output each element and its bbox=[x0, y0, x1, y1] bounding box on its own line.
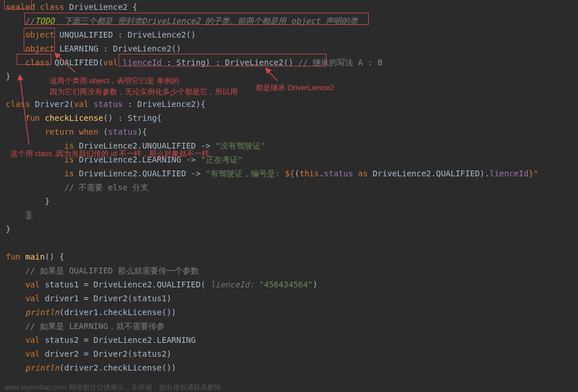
type-ref: DriveLience2.QUALIFIED bbox=[373, 169, 480, 178]
code-line: val driver2 = Driver2(status2) bbox=[6, 347, 578, 361]
code-line: class Driver2(val status : DriveLience2)… bbox=[6, 97, 578, 111]
class-decl: QUALIFIED( bbox=[50, 58, 103, 67]
keyword-val: val bbox=[25, 335, 45, 345]
code-line: is DriveLience2.QUALIFIED -> "有驾驶证，编号是: … bbox=[6, 167, 578, 180]
keyword-as: as bbox=[353, 169, 373, 178]
code-line: } bbox=[6, 208, 578, 222]
code-line: sealed class DriveLience2 { bbox=[6, 0, 578, 14]
todo-marker: TODO bbox=[35, 16, 55, 25]
keyword-val: val bbox=[25, 349, 45, 358]
code-line: // 不需要 else 分支 bbox=[6, 180, 578, 194]
code-line: } bbox=[6, 194, 578, 208]
identifier: status bbox=[108, 127, 138, 136]
class-name: DriveLience2 bbox=[69, 2, 128, 12]
brace: } bbox=[6, 224, 10, 234]
brace: ){ bbox=[138, 127, 147, 136]
keyword-object: object bbox=[25, 30, 55, 39]
comment-slash: // bbox=[25, 16, 35, 25]
keyword-val: val bbox=[25, 294, 45, 303]
keyword-is: is bbox=[64, 169, 79, 178]
keyword-class: class bbox=[35, 2, 69, 12]
function-call: println bbox=[25, 308, 60, 317]
annotation-text: 都是继承 DriverLience2 bbox=[255, 81, 334, 95]
annotation-text: 因为它们两没有参数，无论实例化多少个都是它，所以用 bbox=[50, 85, 238, 99]
object-decl: LEARNING : DriveLience2() bbox=[54, 44, 181, 53]
keyword-this: this bbox=[299, 169, 319, 178]
var-decl: driver1 = Driver2(status1) bbox=[45, 294, 171, 303]
annotation-text: 这个用 class ,因为当我们传的 id 不一样，那么对象就不一样 bbox=[10, 147, 209, 161]
call-args: (driver2.checkLicense()) bbox=[60, 363, 176, 372]
inlay-hint: lienceId: bbox=[206, 280, 260, 289]
comment: // 如果是 LEARNING，就不需要传参 bbox=[25, 321, 165, 331]
code-line: fun main() { bbox=[6, 250, 578, 264]
keyword-val: val bbox=[25, 280, 45, 289]
param-name: status bbox=[94, 99, 123, 109]
comment: // 不需要 else 分支 bbox=[64, 183, 149, 192]
template-end: }" bbox=[528, 169, 538, 178]
object-decl: UNQUALIFIED : DriveLience2() bbox=[54, 30, 195, 39]
blank-line bbox=[6, 236, 578, 250]
function-name: main bbox=[25, 252, 45, 261]
code-line: println(driver1.checkLicense()) bbox=[6, 305, 578, 319]
keyword-object: object bbox=[25, 44, 55, 53]
keyword-fun: fun bbox=[6, 252, 25, 261]
keyword-class: class bbox=[6, 99, 35, 109]
var-decl: status1 = DriveLience2.QUALIFIED( bbox=[45, 280, 205, 289]
param-name: lienceId bbox=[123, 58, 161, 67]
paren: ) bbox=[480, 169, 484, 178]
fn-signature: () { bbox=[45, 252, 64, 261]
identifier: status bbox=[324, 169, 353, 178]
code-line: object UNQUALIFIED : DriveLience2() bbox=[6, 28, 578, 42]
type-decl: : String) : DriveLience2() bbox=[162, 58, 298, 67]
code-line: fun checkLicense() : String{ bbox=[6, 111, 578, 125]
type-decl: : DriveLience2){ bbox=[123, 99, 205, 109]
keyword-val: val bbox=[103, 58, 123, 67]
brace: } bbox=[6, 72, 10, 81]
brace-highlight: } bbox=[25, 210, 32, 220]
code-line: //TODO 下面三个都是 密封类DriveLience2 的子类。前两个都是用… bbox=[6, 14, 578, 28]
comment: // 继承的写法 A : B bbox=[298, 58, 383, 67]
code-line: } bbox=[6, 222, 578, 236]
var-decl: driver2 = Driver2(status2) bbox=[45, 349, 171, 358]
string-literal: "456434564" bbox=[259, 280, 313, 289]
keyword-val: val bbox=[74, 99, 94, 109]
code-line: val status2 = DriveLience2.LEARNING bbox=[6, 333, 578, 347]
code-line: class QUALIFIED(val lienceId : String) :… bbox=[6, 56, 578, 69]
function-name: checkLicense bbox=[45, 113, 103, 123]
keyword-class: class bbox=[25, 58, 50, 67]
keyword-when: when bbox=[79, 127, 103, 136]
brace: } bbox=[45, 197, 49, 206]
code-line: val status1 = DriveLience2.QUALIFIED( li… bbox=[6, 278, 578, 291]
todo-text: 下面三个都是 密封类DriveLience2 的子类。前两个都是用 object… bbox=[54, 16, 357, 25]
call-args: (driver1.checkLicense()) bbox=[60, 308, 176, 317]
string-literal: "有驾驶证，编号是: bbox=[206, 169, 285, 178]
dot: . bbox=[485, 169, 490, 178]
code-line: println(driver2.checkLicense()) bbox=[6, 361, 578, 375]
watermark: www.toymoban.com 网络图片仅供展示，非存储，如有侵权请联系删除 bbox=[5, 380, 221, 392]
code-line: val driver1 = Driver2(status1) bbox=[6, 291, 578, 305]
template-delim: ${ bbox=[285, 169, 295, 178]
keyword-fun: fun bbox=[25, 113, 45, 123]
keyword-return: return bbox=[45, 127, 79, 136]
code-line: return when (status){ bbox=[6, 125, 578, 139]
paren: ( bbox=[69, 99, 74, 109]
class-name: Driver2 bbox=[35, 99, 69, 109]
paren: ) bbox=[313, 280, 317, 289]
fn-signature: () : String{ bbox=[103, 113, 162, 123]
code-line: object LEARNING : DriveLience2() bbox=[6, 42, 578, 56]
type-ref: DriveLience2.QUALIFIED -> bbox=[79, 169, 205, 178]
paren: ( bbox=[103, 127, 108, 136]
identifier: lienceId bbox=[490, 169, 528, 178]
comment: // 如果是 QUALIFIED 那么就需要传一个参数 bbox=[25, 266, 199, 275]
code-line: // 如果是 LEARNING，就不需要传参 bbox=[6, 319, 578, 333]
keyword-sealed: sealed bbox=[6, 2, 35, 12]
brace: { bbox=[128, 2, 138, 12]
string-literal: "没有驾驶证" bbox=[215, 141, 265, 150]
paren: ( bbox=[295, 169, 299, 178]
function-call: println bbox=[25, 363, 60, 372]
code-line: // 如果是 QUALIFIED 那么就需要传一个参数 bbox=[6, 264, 578, 278]
var-decl: status2 = DriveLience2.LEARNING bbox=[45, 335, 195, 345]
code-editor[interactable]: sealed class DriveLience2 { //TODO 下面三个都… bbox=[0, 0, 578, 392]
